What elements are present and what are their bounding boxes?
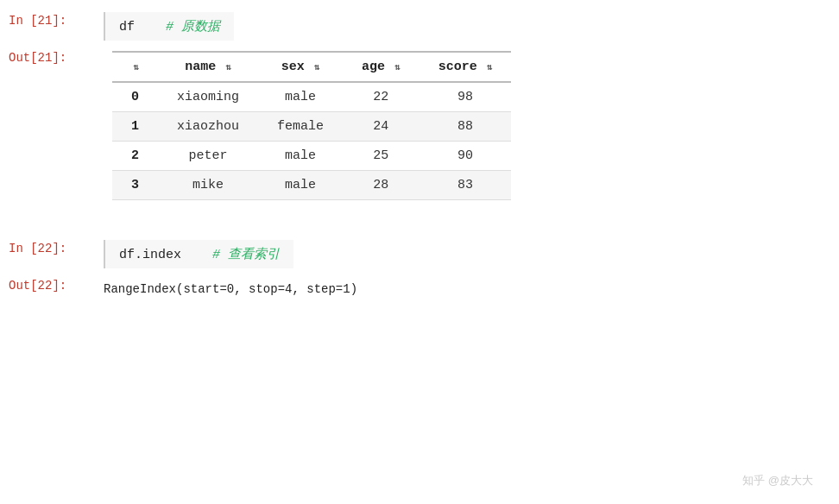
cell-name-0: xiaoming (158, 82, 258, 112)
cell-score-1: 88 (420, 112, 512, 142)
cell-idx-0: 0 (112, 82, 158, 112)
table-row: 2 peter male 25 90 (112, 142, 511, 171)
cell-age-0: 22 (343, 82, 420, 112)
cell-21-output-row: Out[21]: ⇅ name ⇅ sex ⇅ age ⇅ score ⇅ (0, 44, 839, 214)
cell-name-3: mike (158, 171, 258, 200)
code-comment-2: # 查看索引 (212, 248, 280, 262)
cell-age-2: 25 (343, 142, 420, 171)
table-row: 0 xiaoming male 22 98 (112, 82, 511, 112)
cell-22-output-row: Out[22]: RangeIndex(start=0, stop=4, ste… (0, 272, 839, 313)
cell-21: In [21]: df # 原数据 Out[21]: ⇅ name ⇅ sex … (0, 9, 839, 214)
cell-score-0: 98 (420, 82, 512, 112)
col-name[interactable]: name ⇅ (158, 52, 258, 82)
watermark: 知乎 @皮大大 (742, 473, 813, 488)
table-row: 3 mike male 28 83 (112, 171, 511, 200)
cell-sex-0: male (258, 82, 343, 112)
cell-22-out-label: Out[22]: (9, 275, 104, 293)
range-index-text: RangeIndex(start=0, stop=4, step=1) (104, 279, 830, 299)
cell-22-output: RangeIndex(start=0, stop=4, step=1) (104, 275, 830, 303)
cell-21-output: ⇅ name ⇅ sex ⇅ age ⇅ score ⇅ 0 xiaoming … (104, 47, 830, 204)
col-sex[interactable]: sex ⇅ (258, 52, 343, 82)
table-row: 1 xiaozhou female 24 88 (112, 112, 511, 142)
cell-name-1: xiaozhou (158, 112, 258, 142)
cell-age-3: 28 (343, 171, 420, 200)
cell-score-2: 90 (420, 142, 512, 171)
cell-21-in-label: In [21]: (9, 12, 104, 28)
cell-idx-1: 1 (112, 112, 158, 142)
cell-21-out-label: Out[21]: (9, 47, 104, 65)
cell-22: In [22]: df.index # 查看索引 Out[22]: RangeI… (0, 236, 839, 313)
divider (0, 221, 839, 236)
code-df: df (119, 20, 135, 35)
dataframe-table: ⇅ name ⇅ sex ⇅ age ⇅ score ⇅ 0 xiaoming … (112, 51, 511, 200)
cell-name-2: peter (158, 142, 258, 171)
cell-idx-2: 2 (112, 142, 158, 171)
cell-sex-2: male (258, 142, 343, 171)
cell-sex-3: male (258, 171, 343, 200)
cell-22-code: df.index # 查看索引 (104, 240, 293, 268)
col-age[interactable]: age ⇅ (343, 52, 420, 82)
cell-sex-1: female (258, 112, 343, 142)
code-dfindex: df.index (119, 248, 181, 262)
cell-21-code: df # 原数据 (104, 12, 234, 41)
code-comment-1: # 原数据 (166, 20, 220, 35)
cell-score-3: 83 (420, 171, 512, 200)
col-score[interactable]: score ⇅ (420, 52, 512, 82)
cell-22-input-row: In [22]: df.index # 查看索引 (0, 236, 839, 272)
col-index[interactable]: ⇅ (112, 52, 158, 82)
cell-idx-3: 3 (112, 171, 158, 200)
cell-22-in-label: In [22]: (9, 240, 104, 255)
cell-age-1: 24 (343, 112, 420, 142)
notebook: In [21]: df # 原数据 Out[21]: ⇅ name ⇅ sex … (0, 0, 839, 329)
cell-21-input-row: In [21]: df # 原数据 (0, 9, 839, 44)
